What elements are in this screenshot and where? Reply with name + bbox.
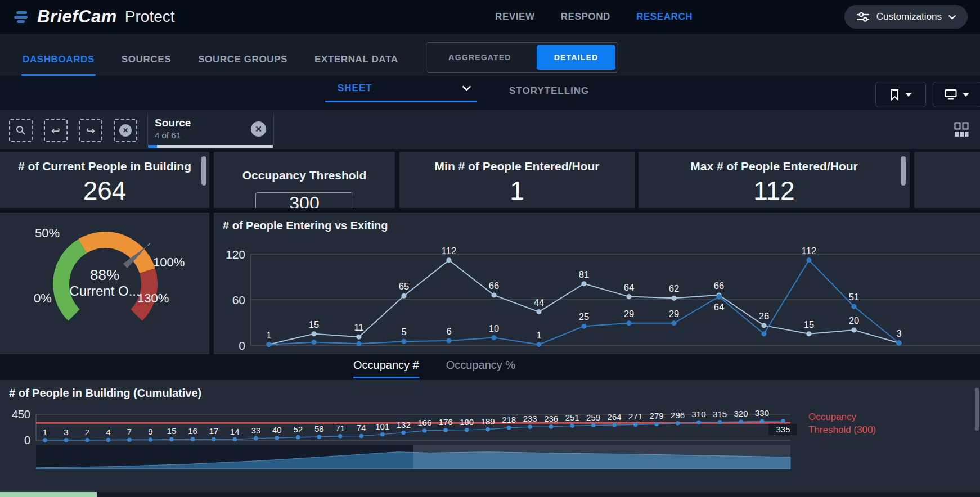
data-point[interactable] — [254, 436, 258, 441]
data-point[interactable] — [492, 292, 497, 297]
filter-chip-source[interactable]: Source 4 of 61 ✕ — [148, 114, 273, 145]
data-point[interactable] — [676, 421, 680, 426]
data-point[interactable] — [296, 435, 300, 440]
occupancy-gauge-panel[interactable]: 50% 100% 0% 130% 88% Current O... — [0, 213, 209, 354]
kpi-min-entered[interactable]: Min # of People Entered/Hour 1 — [399, 152, 635, 208]
data-point[interactable] — [672, 320, 677, 326]
data-point[interactable] — [696, 421, 701, 425]
data-point[interactable] — [762, 331, 767, 336]
tab-sources[interactable]: SOURCES — [120, 54, 172, 76]
tab-occupancy-percent[interactable]: Occupancy % — [446, 359, 515, 377]
data-point[interactable] — [402, 339, 407, 344]
tab-dashboards[interactable]: DASHBOARDS — [21, 54, 96, 76]
tab-external-data[interactable]: EXTERNAL DATA — [313, 54, 399, 76]
data-point[interactable] — [312, 331, 317, 336]
tile-scrollbar[interactable] — [901, 156, 906, 186]
tab-storytelling[interactable]: STORYTELLING — [509, 85, 589, 97]
data-point[interactable] — [357, 335, 362, 340]
data-point[interactable] — [507, 426, 511, 430]
data-point[interactable] — [612, 423, 617, 427]
tab-occupancy-count[interactable]: Occupancy # — [353, 359, 419, 378]
toggle-detailed[interactable]: DETAILED — [537, 45, 615, 70]
remove-filter-button[interactable]: ✕ — [251, 121, 266, 137]
panel-vertical-scrollbar[interactable] — [975, 388, 979, 431]
data-point[interactable] — [267, 342, 272, 347]
data-point[interactable] — [717, 294, 722, 299]
sheet-grid-button[interactable] — [951, 119, 972, 140]
data-point[interactable] — [582, 324, 587, 329]
customizations-button[interactable]: Customizations — [844, 5, 968, 29]
data-point[interactable] — [762, 323, 767, 328]
data-point[interactable] — [149, 437, 153, 442]
data-point[interactable] — [781, 419, 785, 423]
data-point[interactable] — [591, 423, 596, 428]
kpi-current-people[interactable]: # of Current People in Building 264 — [0, 152, 209, 208]
nav-respond[interactable]: RESPOND — [561, 11, 610, 22]
navigator-window[interactable] — [413, 445, 791, 469]
present-button[interactable] — [933, 82, 980, 107]
data-point[interactable] — [443, 428, 448, 432]
data-point[interactable] — [897, 340, 902, 345]
data-point[interactable] — [465, 428, 469, 432]
data-point[interactable] — [275, 436, 280, 440]
data-point[interactable] — [85, 438, 89, 442]
step-forward-selection-button[interactable]: ↪ — [79, 119, 102, 142]
horizontal-scrollbar-thumb[interactable] — [0, 492, 97, 497]
data-point[interactable] — [402, 293, 407, 299]
data-point[interactable] — [447, 257, 452, 263]
data-point[interactable] — [357, 341, 362, 346]
data-point[interactable] — [312, 340, 317, 345]
data-point[interactable] — [852, 304, 857, 309]
horizontal-scrollbar-track[interactable] — [0, 492, 980, 497]
tab-source-groups[interactable]: SOURCE GROUPS — [197, 54, 289, 76]
data-point[interactable] — [852, 328, 857, 333]
data-point[interactable] — [807, 331, 812, 336]
data-point[interactable] — [338, 434, 343, 439]
data-point[interactable] — [359, 434, 363, 439]
data-point[interactable] — [233, 437, 237, 442]
data-point[interactable] — [528, 424, 532, 429]
tile-scrollbar[interactable] — [201, 156, 206, 186]
nav-review[interactable]: REVIEW — [495, 11, 535, 22]
data-point[interactable] — [169, 437, 174, 442]
data-point[interactable] — [537, 342, 542, 347]
occupancy-threshold-input[interactable]: 300 — [255, 192, 353, 208]
data-point[interactable] — [447, 338, 452, 343]
data-point[interactable] — [127, 437, 132, 442]
data-point[interactable] — [570, 424, 574, 428]
data-point[interactable] — [760, 419, 765, 423]
toggle-aggregated[interactable]: AGGREGATED — [426, 53, 533, 62]
data-point[interactable] — [627, 294, 632, 299]
data-point[interactable] — [537, 309, 542, 314]
data-point[interactable] — [549, 424, 554, 429]
data-point[interactable] — [317, 435, 322, 439]
clear-selections-button[interactable]: ✕ — [114, 119, 137, 142]
data-point[interactable] — [582, 281, 587, 286]
data-point[interactable] — [64, 438, 69, 442]
chevron-down-icon[interactable] — [462, 85, 471, 91]
data-point[interactable] — [485, 427, 490, 432]
data-point[interactable] — [654, 422, 659, 427]
entering-exiting-panel[interactable]: # of People Entering vs Exiting 06012011… — [214, 213, 980, 354]
data-point[interactable] — [633, 422, 638, 427]
search-selections-button[interactable] — [9, 119, 33, 142]
tab-sheet[interactable]: SHEET — [325, 83, 477, 102]
cumulative-panel[interactable]: # of People in Building (Cumulative) 045… — [0, 380, 980, 492]
data-point[interactable] — [492, 335, 497, 340]
step-back-selection-button[interactable]: ↩ — [44, 119, 68, 142]
data-point[interactable] — [718, 420, 722, 424]
kpi-max-entered[interactable]: Max # of People Entered/Hour 112 — [639, 152, 910, 208]
data-point[interactable] — [807, 257, 812, 263]
data-point[interactable] — [106, 438, 111, 442]
bookmarks-button[interactable] — [875, 82, 926, 107]
nav-research[interactable]: RESEARCH — [636, 11, 693, 22]
entering-exiting-chart[interactable]: 0601201151165112664481646266261520356101… — [214, 213, 980, 354]
data-point[interactable] — [739, 419, 743, 424]
data-point[interactable] — [191, 437, 195, 442]
data-point[interactable] — [401, 431, 406, 435]
data-point[interactable] — [43, 438, 47, 442]
data-point[interactable] — [672, 296, 677, 301]
data-point[interactable] — [627, 320, 632, 326]
kpi-occupancy-threshold[interactable]: Occupancy Threshold 300 — [214, 152, 395, 208]
data-point[interactable] — [380, 432, 385, 437]
